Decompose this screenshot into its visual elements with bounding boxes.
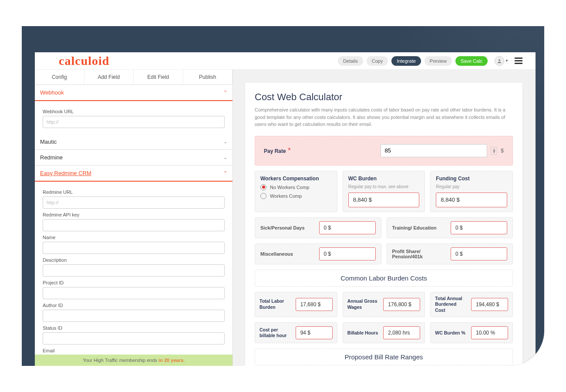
brand-logo: calculoid bbox=[59, 54, 109, 68]
integrate-button[interactable]: Integrate bbox=[391, 56, 421, 66]
pay-rate-label: Pay Rate bbox=[264, 148, 286, 154]
annual-gross-wages-value: 176,800 $ bbox=[383, 298, 420, 311]
er-project-label: Project ID bbox=[43, 280, 225, 285]
billable-hours-label: Billable Hours bbox=[347, 330, 380, 336]
chevron-up-icon: ⌃ bbox=[223, 170, 227, 176]
radio-workers-comp[interactable]: Workers Comp bbox=[260, 193, 332, 199]
annual-gross-wages-box: Annual Gross Wages 176,800 $ bbox=[343, 292, 425, 318]
radio-icon bbox=[260, 184, 266, 190]
workers-comp-box: Workers Compensation No Workers Comp Wor… bbox=[255, 171, 337, 212]
profit-share-value: 0 $ bbox=[451, 247, 507, 260]
er-name-label: Name bbox=[43, 235, 225, 240]
accordion-easy-redmine-label: Easy Redmine CRM bbox=[40, 170, 91, 176]
total-labor-burden-label: Total Labor Burden bbox=[259, 298, 292, 310]
training-box: Training/ Education 0 $ bbox=[387, 217, 513, 238]
misc-label: Miscellaneous bbox=[260, 251, 314, 257]
er-status-label: Status ID bbox=[43, 325, 225, 331]
membership-notice: Your High Traffic membership ends in 20 … bbox=[35, 355, 232, 366]
svg-point-0 bbox=[499, 59, 500, 61]
tab-add-field[interactable]: Add Field bbox=[84, 70, 134, 84]
billable-hours-box: Billable Hours 2,080 hrs bbox=[343, 322, 425, 343]
funding-cost-box: Funding Cost Regular pay 8,840 $ bbox=[430, 171, 513, 212]
calculator-panel: Cost Web Calculator Comprehensive calcul… bbox=[245, 83, 522, 366]
right-scroll[interactable]: Cost Web Calculator Comprehensive calcul… bbox=[233, 70, 532, 366]
webhook-body: Webhook URL bbox=[35, 101, 232, 134]
misc-box: Miscellaneous 0 $ bbox=[255, 243, 381, 264]
hamburger-menu-icon[interactable] bbox=[515, 57, 522, 64]
easy-redmine-body: Redmine URL Redmine API key Name Descrip… bbox=[35, 182, 232, 366]
sidebar-scroll[interactable]: Webhook ⌃ Webhook URL Mautic ⌄ Redmine ⌄… bbox=[35, 85, 232, 366]
user-caret-icon[interactable]: ▼ bbox=[505, 59, 509, 63]
accordion-webhook[interactable]: Webhook ⌃ bbox=[35, 85, 232, 101]
funding-cost-sub: Regular pay bbox=[436, 184, 507, 189]
radio-no-workers-comp[interactable]: No Workers Comp bbox=[260, 184, 332, 190]
cost-per-billable-hour-box: Cost per billable hour 94 $ bbox=[255, 322, 337, 343]
page-title: Cost Web Calculator bbox=[255, 91, 513, 103]
er-email-label: Email bbox=[43, 348, 225, 353]
training-value: 0 $ bbox=[451, 221, 507, 234]
profit-share-label: Profit Share/ Pension/401k bbox=[392, 249, 446, 259]
sick-days-value: 0 $ bbox=[319, 221, 376, 234]
chevron-up-icon: ⌃ bbox=[223, 90, 227, 95]
section-common-labor-burden: Common Labor Burden Costs bbox=[255, 270, 513, 287]
copy-button[interactable]: Copy bbox=[367, 56, 388, 66]
wc-burden-pct-box: WC Burden % 10.00 % bbox=[430, 322, 513, 343]
status-id-input[interactable] bbox=[43, 332, 225, 345]
preview-button[interactable]: Preview bbox=[424, 56, 452, 66]
radio-icon bbox=[260, 193, 266, 199]
accordion-webhook-label: Webhook bbox=[40, 89, 64, 96]
sick-days-box: Sick/Personal Days 0 $ bbox=[255, 217, 381, 238]
misc-value: 0 $ bbox=[319, 247, 376, 260]
accordion-redmine[interactable]: Redmine ⌄ bbox=[35, 150, 232, 166]
sidebar-tabs: Config Add Field Edit Field Publish bbox=[35, 70, 232, 85]
wc-burden-pct-label: WC Burden % bbox=[435, 330, 468, 336]
wc-burden-pct-value: 10.00 % bbox=[471, 326, 508, 339]
billable-hours-value: 2,080 hrs bbox=[383, 326, 420, 339]
accordion-redmine-label: Redmine bbox=[40, 154, 63, 161]
er-api-label: Redmine API key bbox=[43, 212, 225, 217]
project-id-input[interactable] bbox=[43, 287, 225, 299]
sick-days-label: Sick/Personal Days bbox=[260, 225, 314, 230]
user-icon[interactable] bbox=[495, 56, 504, 66]
total-annual-burdened-cost-value: 194,480 $ bbox=[471, 298, 508, 311]
pay-rate-input[interactable] bbox=[381, 144, 487, 157]
pay-rate-unit: $ bbox=[501, 148, 504, 154]
name-input[interactable] bbox=[43, 242, 225, 254]
description-input[interactable] bbox=[43, 264, 225, 277]
redmine-api-key-input[interactable] bbox=[43, 219, 225, 231]
tab-publish[interactable]: Publish bbox=[183, 70, 233, 84]
profit-share-box: Profit Share/ Pension/401k 0 $ bbox=[387, 243, 513, 264]
accordion-mautic[interactable]: Mautic ⌄ bbox=[35, 134, 232, 150]
webhook-url-label: Webhook URL bbox=[43, 109, 225, 114]
wc-burden-label: WC Burden bbox=[348, 176, 420, 182]
cost-per-billable-hour-value: 94 $ bbox=[296, 326, 333, 339]
total-annual-burdened-cost-label: Total Annual Burdened Cost bbox=[435, 296, 468, 314]
accordion-mautic-label: Mautic bbox=[40, 139, 57, 145]
notice-strong: in 20 years. bbox=[158, 358, 185, 363]
pay-rate-box: Pay Rate * ▲▼ $ bbox=[255, 136, 513, 166]
chevron-down-icon: ⌄ bbox=[223, 155, 227, 160]
details-button[interactable]: Details bbox=[338, 56, 363, 66]
cost-per-billable-hour-label: Cost per billable hour bbox=[259, 327, 292, 339]
wc-burden-value: 8,840 $ bbox=[348, 193, 420, 207]
funding-cost-value: 8,840 $ bbox=[436, 193, 507, 207]
section-proposed-bill-rate: Proposed Bill Rate Ranges bbox=[255, 348, 513, 365]
tab-config[interactable]: Config bbox=[35, 70, 84, 84]
tab-edit-field[interactable]: Edit Field bbox=[134, 70, 183, 84]
er-desc-label: Description bbox=[43, 257, 225, 263]
left-sidebar: Config Add Field Edit Field Publish Webh… bbox=[35, 70, 233, 366]
webhook-url-input[interactable] bbox=[43, 116, 225, 128]
save-calc-button[interactable]: Save Calc bbox=[455, 56, 488, 66]
workers-comp-label: Workers Compensation bbox=[260, 176, 332, 182]
total-labor-burden-value: 17,680 $ bbox=[296, 298, 333, 311]
accordion-easy-redmine[interactable]: Easy Redmine CRM ⌃ bbox=[35, 166, 232, 182]
annual-gross-wages-label: Annual Gross Wages bbox=[347, 298, 380, 310]
topbar: calculoid Details Copy Integrate Preview… bbox=[35, 52, 536, 70]
training-label: Training/ Education bbox=[392, 225, 446, 230]
author-id-input[interactable] bbox=[43, 310, 225, 322]
er-author-label: Author ID bbox=[43, 303, 225, 308]
redmine-url-input[interactable] bbox=[43, 196, 225, 209]
chevron-down-icon: ⌄ bbox=[223, 139, 227, 145]
pay-rate-stepper[interactable]: ▲▼ bbox=[491, 147, 497, 155]
total-labor-burden-box: Total Labor Burden 17,680 $ bbox=[255, 292, 337, 318]
